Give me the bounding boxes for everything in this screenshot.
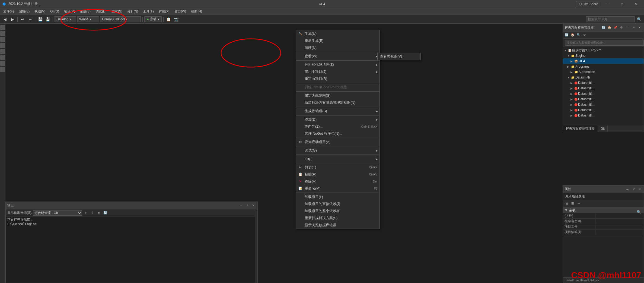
ctx-view[interactable]: 查看(W) ▶ 查看类视图(V) [296, 53, 380, 60]
save-button[interactable]: 💾 [37, 16, 43, 23]
output-close-btn[interactable]: ✕ [250, 203, 256, 208]
ctx-remove[interactable]: ✕ 移除(V) Del [296, 178, 380, 185]
menu-window[interactable]: 窗口(W) [172, 8, 188, 15]
menu-edit[interactable]: 编辑(E) [17, 8, 32, 15]
tree-item-programs[interactable]: ▶ 📁 Programs [563, 64, 644, 69]
tree-item-datasmith-2[interactable]: ▶ 🔴 Datasmitl... [563, 86, 644, 91]
back-button[interactable]: ◀ [2, 16, 8, 23]
start-button[interactable]: ▶ 启动 ▾ [144, 16, 162, 22]
tree-item-datasmith-7[interactable]: ▶ 🔴 Datasmitl... [563, 113, 644, 118]
tree-item-datasmith[interactable]: ▼ 📁 Datasmith [563, 75, 644, 80]
ctx-rebuild[interactable]: 重新生成(E) [296, 37, 380, 44]
pin-icon[interactable]: 📌 [613, 25, 618, 30]
ctx-clean[interactable]: 清理(N) [296, 44, 380, 51]
tree-item-automation[interactable]: ▶ 📁 Automation [563, 69, 644, 75]
menu-help[interactable]: 帮助(H) [189, 8, 204, 15]
ctx-show-browse-errors[interactable]: 显示浏览数据库错误 [296, 222, 380, 229]
props-undock-btn[interactable]: ↗ [631, 187, 636, 192]
ctx-new-view[interactable]: 新建解决方案资源管理器视图(N) [296, 99, 380, 106]
ctx-retarget[interactable]: 重定向项目(R) [296, 75, 380, 82]
ctx-paste[interactable]: 📋 粘贴(P) Ctrl+V [296, 171, 380, 178]
ctx-nuget[interactable]: 管理 NuGet 程序包(N)... [296, 130, 380, 137]
ctx-class-wizard[interactable]: 类向导(Z)... Ctrl+Shift+X [296, 123, 380, 130]
toolbar-home-icon[interactable]: 🏠 [570, 32, 575, 38]
minimize-button[interactable]: ─ [602, 0, 615, 8]
ctx-project-only[interactable]: 仅用于项目(J) ▶ [296, 68, 380, 75]
submenu-view-type[interactable]: 查看类视图(V) [378, 53, 420, 60]
tree-item-ue4[interactable]: ▶ 📦 UE4 [563, 58, 644, 64]
output-undock-btn[interactable]: ↗ [244, 203, 250, 208]
output-toolbar-btn4[interactable]: 🔄 [103, 210, 108, 216]
menu-build[interactable]: 生成(B) [78, 8, 93, 15]
tree-item-datasmith-4[interactable]: ▶ 🔴 Datasmitl... [563, 96, 644, 102]
output-pin-btn[interactable]: ─ [238, 203, 244, 208]
output-toolbar-btn2[interactable]: ⇩ [90, 210, 95, 216]
tree-item-engine[interactable]: ▼ 📁 Engine [563, 53, 644, 58]
tab-git[interactable]: Git [598, 125, 608, 132]
ctx-unload[interactable]: 卸载项目(L) [296, 193, 380, 200]
close-button[interactable]: ✕ [629, 0, 642, 8]
ctx-git[interactable]: Git(I) ▶ [296, 155, 380, 162]
tree-item-datasmith-6[interactable]: ▶ 🔴 Datasmitl... [563, 107, 644, 113]
menu-file[interactable]: 文件(F) [1, 8, 16, 15]
output-scrollbar[interactable] [255, 209, 257, 283]
output-toolbar-btn1[interactable]: ⇧ [83, 210, 88, 216]
panel-undock-btn[interactable]: ↗ [631, 25, 636, 30]
platform-dropdown[interactable]: Win64 ▾ [77, 16, 99, 22]
solution-search-input[interactable] [565, 40, 644, 46]
ctx-build[interactable]: 🔨 生成(U) [296, 30, 380, 37]
forward-button[interactable]: ▶ [9, 16, 16, 23]
options-icon[interactable]: ⚙ [619, 25, 624, 30]
toolbar-sync-icon[interactable]: 🔄 [564, 32, 569, 38]
tree-item-solution[interactable]: ▼ 📋 解决方案"UE4"(72个 [563, 48, 644, 53]
ctx-analyze[interactable]: 分析和代码清理(Z) ▶ [296, 61, 380, 68]
ctx-load-direct[interactable]: 加载项目的直接依赖项 [296, 200, 380, 207]
props-grid-icon[interactable]: ⊞ [564, 201, 569, 206]
menu-test[interactable]: 测试(S) [109, 8, 125, 15]
toolbar-search-icon[interactable]: 🔍 [576, 32, 581, 38]
toolbar-extra-btn1[interactable]: 📋 [165, 16, 172, 23]
menu-analyze[interactable]: 分析(N) [125, 8, 141, 15]
menu-view[interactable]: 视图(V) [32, 8, 47, 15]
project-dropdown[interactable]: UnrealBuildTool ▾ [100, 16, 141, 22]
ctx-set-startup[interactable]: ⚙ 设为启动项目(A) [296, 139, 380, 146]
output-source-select[interactable]: 源代码管理 - Git [33, 210, 82, 216]
ctx-rename[interactable]: 📝 重命名(M) F2 [296, 185, 380, 192]
ctx-add[interactable]: 添加(D) ▶ [296, 116, 380, 123]
tree-item-datasmith-3[interactable]: ▶ 🔴 Datasmitl... [563, 91, 644, 96]
save-all-button[interactable]: 💾 [44, 16, 51, 23]
search-input[interactable] [586, 16, 635, 22]
undo-button[interactable]: ↩ [19, 16, 26, 23]
tree-item-datasmith-1[interactable]: ▶ 🔴 Datasmitl... [563, 80, 644, 86]
menu-debug[interactable]: 调试(D) [93, 8, 109, 15]
menu-git[interactable]: Git(G) [48, 8, 61, 15]
ctx-rescan[interactable]: 重新扫描解决方案(S) [296, 215, 380, 222]
panel-close-btn[interactable]: ✕ [637, 25, 642, 30]
panel-pin-btn[interactable]: ─ [625, 25, 630, 30]
maximize-button[interactable]: □ [616, 0, 628, 8]
properties-section-header[interactable]: ▼ 杂项 [563, 207, 644, 213]
output-toolbar-btn3[interactable]: ≡ [96, 210, 101, 216]
search-button[interactable]: 🔍 [636, 16, 642, 23]
ctx-build-deps[interactable]: 生成依赖项(B) ▶ [296, 108, 380, 115]
ctx-cut[interactable]: ✂ 剪切(T) Ctrl+X [296, 164, 380, 171]
tree-item-datasmith-5[interactable]: ▶ 🔴 Datasmitl... [563, 102, 644, 107]
ctx-load-tree[interactable]: 加载项目的整个依赖树 [296, 207, 380, 215]
props-edit-icon[interactable]: ✏ [576, 201, 581, 206]
menu-tools[interactable]: 工具(T) [141, 8, 156, 15]
sync-icon[interactable]: 🔄 [601, 25, 606, 30]
toolbar-extra-btn2[interactable]: 📷 [173, 16, 179, 23]
live-share-button[interactable]: ⬡ Live Share [576, 1, 601, 7]
props-close-btn[interactable]: ✕ [637, 187, 642, 192]
config-dropdown[interactable]: Develop ▾ [55, 16, 76, 22]
props-pin-btn[interactable]: ─ [625, 187, 630, 192]
ctx-limit-scope[interactable]: 限定为此范围(S) [296, 92, 380, 99]
redo-button[interactable]: ↪ [27, 16, 33, 23]
tab-solution-explorer[interactable]: 解决方案资源管理器 [563, 125, 598, 132]
menu-project[interactable]: 项目(P) [62, 8, 77, 15]
properties-search-icon[interactable]: 🔍 [637, 210, 641, 214]
props-list-icon[interactable]: ☰ [570, 201, 575, 206]
ctx-debug[interactable]: 调试(G) ▶ [296, 147, 380, 154]
home-icon[interactable]: 🏠 [607, 25, 612, 30]
menu-extensions[interactable]: 扩展(X) [157, 8, 172, 15]
